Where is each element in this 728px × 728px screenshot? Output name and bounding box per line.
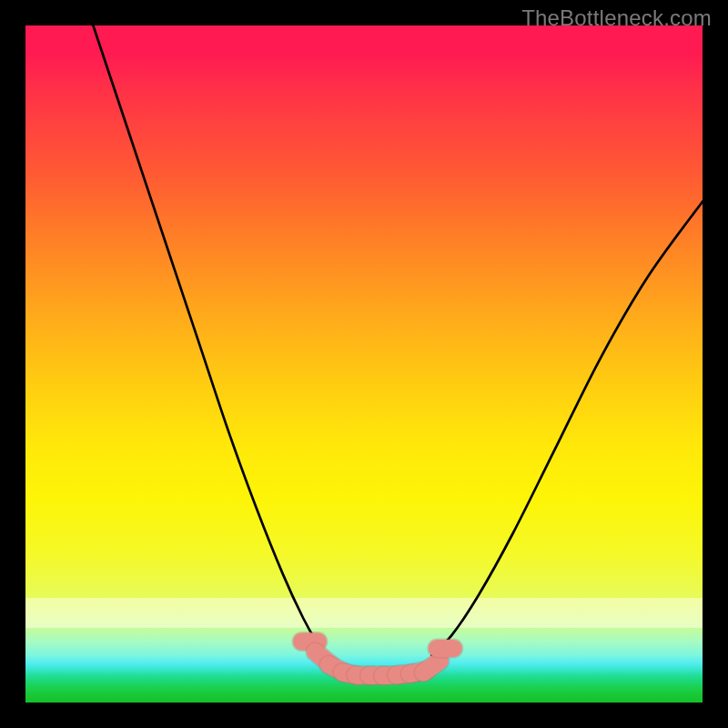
chart-frame: TheBottleneck.com <box>0 0 728 728</box>
attribution-text: TheBottleneck.com <box>521 5 712 31</box>
plot-area <box>25 25 703 703</box>
bottleneck-curve-left <box>93 25 343 669</box>
optimal-marker <box>423 661 440 672</box>
bottleneck-curve-right <box>431 201 703 654</box>
chart-svg <box>25 25 703 703</box>
